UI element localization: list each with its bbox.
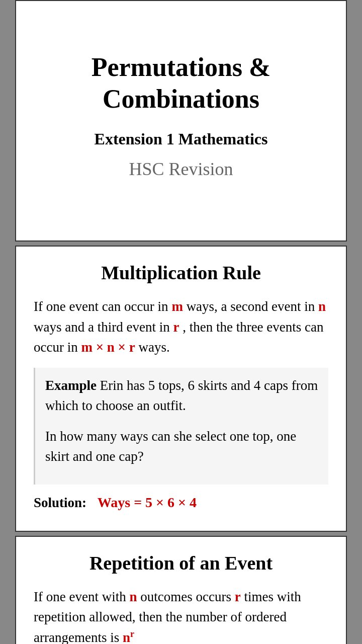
rep-body-mid: outcomes occurs xyxy=(140,589,231,604)
var-r: r xyxy=(173,319,179,335)
example-box: Example Erin has 5 tops, 6 skirts and 4 … xyxy=(34,368,328,485)
repetition-slide: Repetition of an Event If one event with… xyxy=(15,536,347,645)
rep-var-r: r xyxy=(235,589,241,604)
multiplication-expr: m × n × r xyxy=(81,340,135,355)
rep-nr: nr xyxy=(123,630,134,645)
body-text-part3: ways and a third event in xyxy=(34,319,170,335)
solution-label: Solution: xyxy=(34,495,86,510)
example-text: Example Erin has 5 tops, 6 skirts and 4 … xyxy=(45,375,318,416)
solution-value: Ways = 5 × 6 × 4 xyxy=(98,495,197,510)
repetition-body: If one event with n outcomes occurs r ti… xyxy=(34,587,328,645)
multiplication-rule-body: If one event can occur in m ways, a seco… xyxy=(34,296,328,358)
body-text-part2: ways, a second event in xyxy=(187,299,315,314)
hsc-revision: HSC Revision xyxy=(31,158,331,180)
example-label: Example xyxy=(45,378,97,393)
multiplication-rule-slide: Multiplication Rule If one event can occ… xyxy=(15,246,347,532)
main-title: Permutations & Combinations xyxy=(31,52,331,115)
subtitle: Extension 1 Mathematics xyxy=(31,130,331,148)
rep-body-start: If one event with xyxy=(34,589,126,604)
body-text-part1: If one event can occur in xyxy=(34,299,168,314)
solution-section: Solution: Ways = 5 × 6 × 4 xyxy=(34,495,328,511)
body-text-part5: ways. xyxy=(138,340,169,355)
title-slide: Permutations & Combinations Extension 1 … xyxy=(15,0,347,242)
multiplication-rule-title: Multiplication Rule xyxy=(34,262,328,284)
var-n: n xyxy=(318,299,326,314)
repetition-title: Repetition of an Event xyxy=(34,552,328,574)
example-question: In how many ways can she select one top,… xyxy=(45,426,318,467)
var-m: m xyxy=(171,299,183,314)
rep-var-n: n xyxy=(129,589,137,604)
